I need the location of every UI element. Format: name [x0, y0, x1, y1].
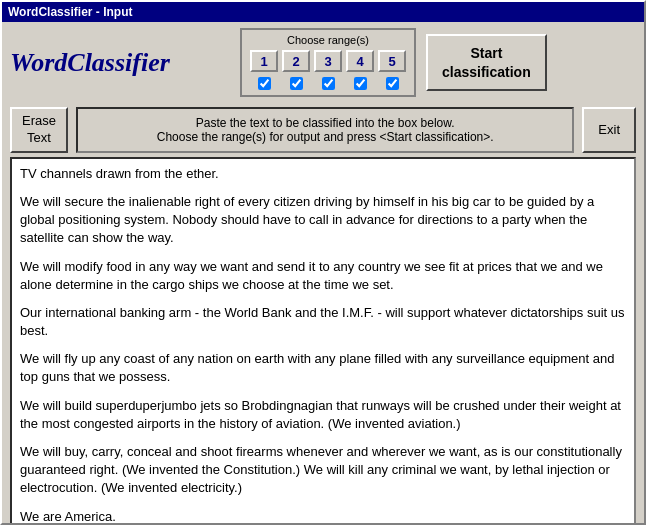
text-paragraph-7: We will buy, carry, conceal and shoot fi…: [20, 443, 626, 498]
range-3-checkbox-container: [314, 75, 342, 91]
text-paragraph-3: We will modify food in any way we want a…: [20, 258, 626, 294]
text-content: TV channels drawn from the ether.We will…: [12, 159, 634, 525]
start-classification-button[interactable]: Start classification: [426, 34, 547, 90]
window-title: WordClassifier - Input: [8, 5, 132, 19]
range-4-checkbox[interactable]: [354, 77, 367, 90]
toolbar: WordClassifier Choose range(s) 1 2 3 4 5: [2, 22, 644, 103]
erase-text-button[interactable]: Erase Text: [10, 107, 68, 153]
text-paragraph-6: We will build superduperjumbo jets so Br…: [20, 397, 626, 433]
range-3-checkbox[interactable]: [322, 77, 335, 90]
range-3: 3: [314, 50, 342, 72]
text-paragraph-1: TV channels drawn from the ether.: [20, 165, 626, 183]
action-bar: Erase Text Paste the text to be classifi…: [2, 103, 644, 157]
text-area-container[interactable]: TV channels drawn from the ether.We will…: [10, 157, 636, 525]
range-selector: Choose range(s) 1 2 3 4 5: [240, 28, 416, 97]
range-2-checkbox[interactable]: [290, 77, 303, 90]
exit-button[interactable]: Exit: [582, 107, 636, 153]
range-checkboxes: [250, 75, 406, 91]
instructions-line2: Choose the range(s) for output and press…: [157, 130, 494, 144]
erase-line2: Text: [27, 130, 51, 145]
range-4-checkbox-container: [346, 75, 374, 91]
text-paragraph-4: Our international banking arm - the Worl…: [20, 304, 626, 340]
app-title: WordClassifier: [10, 48, 230, 78]
range-4: 4: [346, 50, 374, 72]
instructions-line1: Paste the text to be classified into the…: [157, 116, 494, 130]
main-window: WordClassifier - Input WordClassifier Ch…: [0, 0, 646, 525]
range-2-checkbox-container: [282, 75, 310, 91]
range-2: 2: [282, 50, 310, 72]
text-paragraph-8: We are America.: [20, 508, 626, 525]
range-label: Choose range(s): [287, 34, 369, 46]
title-bar: WordClassifier - Input: [2, 2, 644, 22]
text-paragraph-2: We will secure the inalienable right of …: [20, 193, 626, 248]
text-paragraph-5: We will fly up any coast of any nation o…: [20, 350, 626, 386]
range-1-checkbox-container: [250, 75, 278, 91]
range-1-checkbox[interactable]: [258, 77, 271, 90]
range-5-checkbox-container: [378, 75, 406, 91]
instructions-text: Paste the text to be classified into the…: [76, 107, 574, 153]
range-numbers: 1 2 3 4 5: [250, 50, 406, 72]
range-5: 5: [378, 50, 406, 72]
start-line2: classification: [442, 64, 531, 80]
range-5-checkbox[interactable]: [386, 77, 399, 90]
start-line1: Start: [470, 45, 502, 61]
range-1: 1: [250, 50, 278, 72]
erase-line1: Erase: [22, 113, 56, 128]
